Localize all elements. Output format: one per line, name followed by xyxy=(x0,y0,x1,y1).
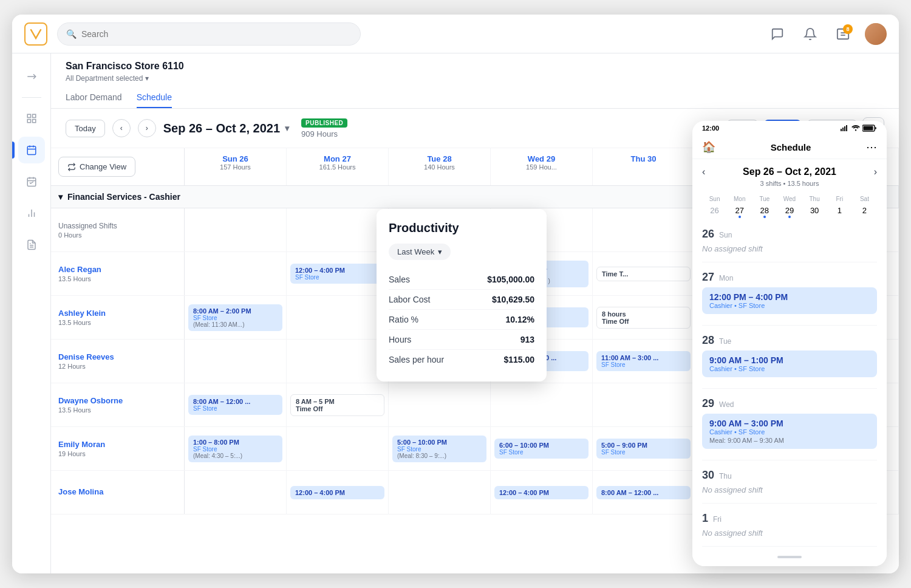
emily-moran-shift-sun[interactable]: 1:00 – 8:00 PM SF Store (Meal: 4:30 – 5:… xyxy=(185,427,287,470)
sidebar-item-calendar[interactable] xyxy=(18,168,45,195)
avatar[interactable] xyxy=(865,23,887,45)
mobile-next-icon[interactable]: › xyxy=(874,166,877,177)
mobile-shift-time-wed: 9:00 AM – 3:00 PM xyxy=(709,419,870,428)
tab-labor-demand[interactable]: Labor Demand xyxy=(66,87,122,108)
shift-block[interactable]: 12:00 – 4:00 PM xyxy=(290,486,384,499)
mobile-handle[interactable] xyxy=(777,556,802,558)
mobile-shift-block-mon[interactable]: 12:00 PM – 4:00 PM Cashier • SF Store xyxy=(702,287,877,314)
mobile-day-label-sun: 26 Sun xyxy=(702,228,877,241)
shift-block-timeoff[interactable]: 8 hours Time Off xyxy=(596,307,691,329)
svg-rect-12 xyxy=(27,178,36,186)
mobile-day-label-fri: 1 Fri xyxy=(702,512,877,525)
alec-regan-hours: 13.5 Hours xyxy=(58,275,177,282)
mobile-week-day-2[interactable]: 2 xyxy=(852,203,877,220)
tabs: Labor Demand Schedule xyxy=(66,87,884,108)
chat-icon-button[interactable] xyxy=(766,23,788,45)
emily-moran-name[interactable]: Emily Moran xyxy=(58,440,177,449)
shift-block-timeoff[interactable]: Time T... xyxy=(596,267,691,281)
shift-time: 8 AM – 5 PM xyxy=(296,398,379,405)
shift-store: SF Store xyxy=(295,274,380,281)
alec-regan-name[interactable]: Alec Regan xyxy=(58,265,177,274)
shift-block[interactable]: 11:00 AM – 3:00 ... SF Store xyxy=(596,351,691,371)
shift-block[interactable]: 8:00 AM – 12:00 ... xyxy=(596,486,691,499)
dept-selector[interactable]: All Department selected ▾ xyxy=(66,74,884,83)
svg-rect-6 xyxy=(27,120,30,123)
denise-reeves-shift-thu[interactable]: 11:00 AM – 3:00 ... SF Store xyxy=(593,340,695,383)
emily-moran-shift-thu[interactable]: 5:00 – 9:00 PM SF Store xyxy=(593,427,695,470)
shift-store: SF Store xyxy=(193,315,278,321)
dwayne-osborne-name[interactable]: Dwayne Osborne xyxy=(58,396,177,405)
tasks-icon-button[interactable]: 8 xyxy=(832,23,854,45)
mobile-day-name-sun: Sun xyxy=(719,231,732,239)
next-week-button[interactable]: › xyxy=(138,119,156,137)
mobile-prev-icon[interactable]: ‹ xyxy=(702,166,705,177)
shift-block[interactable]: 6:00 – 10:00 PM SF Store xyxy=(494,439,589,459)
jose-molina-shift-thu[interactable]: 8:00 AM – 12:00 ... xyxy=(593,471,695,514)
jose-molina-shift-mon[interactable]: 12:00 – 4:00 PM xyxy=(287,471,389,514)
emily-moran-hours: 19 Hours xyxy=(58,450,177,457)
shift-block[interactable]: 12:00 – 4:00 PM SF Store xyxy=(290,264,384,284)
shift-block[interactable]: 8:00 AM – 12:00 ... SF Store xyxy=(188,395,282,415)
mobile-shift-block-wed[interactable]: 9:00 AM – 3:00 PM Cashier • SF Store Mea… xyxy=(702,414,877,449)
mobile-week-day-30[interactable]: 30 xyxy=(802,203,827,220)
sidebar-item-schedule[interactable] xyxy=(18,137,45,163)
shift-block[interactable]: 5:00 – 9:00 PM SF Store xyxy=(596,439,691,459)
shift-block-timeoff[interactable]: 8 AM – 5 PM Time Off xyxy=(290,394,384,416)
ashley-klein-name[interactable]: Ashley Klein xyxy=(58,309,177,318)
mobile-week-day-29[interactable]: 29 xyxy=(777,203,802,220)
change-view-button[interactable]: Change View xyxy=(58,157,135,177)
alec-regan-shift-thu[interactable]: Time T... xyxy=(593,252,695,295)
search-icon: 🔍 xyxy=(66,29,77,39)
ashley-klein-shift-sun[interactable]: 8:00 AM – 2:00 PM SF Store (Meal: 11:30 … xyxy=(185,296,287,339)
ashley-klein-info: Ashley Klein 13.5 Hours xyxy=(51,296,185,339)
denise-reeves-name[interactable]: Denise Reeves xyxy=(58,352,177,361)
week-selector-label: Last Week xyxy=(397,247,434,256)
svg-rect-24 xyxy=(841,129,842,131)
jose-molina-info: Jose Molina xyxy=(51,471,185,514)
mobile-week-day-1[interactable]: 1 xyxy=(827,203,852,220)
section-collapse-icon[interactable]: ▾ xyxy=(58,192,63,202)
mobile-week-day-27[interactable]: 27 xyxy=(727,203,752,220)
dwayne-osborne-shift-sun[interactable]: 8:00 AM – 12:00 ... SF Store xyxy=(185,383,287,426)
svg-rect-4 xyxy=(27,114,30,117)
bell-icon-button[interactable] xyxy=(799,23,821,45)
sidebar-item-reports[interactable] xyxy=(18,231,45,258)
day-header-mon: Mon 27 161.5 Hours xyxy=(287,148,389,185)
shift-block[interactable]: 12:00 – 4:00 PM xyxy=(494,486,589,499)
hours-value: 913 xyxy=(520,335,534,344)
jose-molina-name[interactable]: Jose Molina xyxy=(58,487,177,496)
shift-block[interactable]: 8:00 AM – 2:00 PM SF Store (Meal: 11:30 … xyxy=(188,304,282,331)
ashley-klein-shift-thu[interactable]: 8 hours Time Off xyxy=(593,296,695,339)
sidebar-item-analytics[interactable] xyxy=(18,200,45,227)
search-bar[interactable]: 🔍 xyxy=(57,22,361,46)
week-selector[interactable]: Last Week ▾ xyxy=(389,244,451,260)
shift-block[interactable]: 1:00 – 8:00 PM SF Store (Meal: 4:30 – 5:… xyxy=(188,436,282,462)
sidebar-item-collapse[interactable] xyxy=(18,63,45,90)
productivity-row-hours: Hours 913 xyxy=(389,330,534,350)
dwayne-osborne-shift-tue xyxy=(389,383,491,426)
mobile-home-icon[interactable]: 🏠 xyxy=(702,140,715,154)
emily-moran-shift-wed[interactable]: 6:00 – 10:00 PM SF Store xyxy=(491,427,593,470)
jose-molina-shift-wed[interactable]: 12:00 – 4:00 PM xyxy=(491,471,593,514)
week-selector-chevron-icon: ▾ xyxy=(438,247,442,256)
day-name-sun: Sun 26 xyxy=(192,154,279,163)
nav-icons: 8 xyxy=(766,23,887,45)
emily-moran-shift-tue[interactable]: 5:00 – 10:00 PM SF Store (Meal: 8:30 – 9… xyxy=(389,427,491,470)
search-input[interactable] xyxy=(81,29,352,39)
unassigned-shift-thu xyxy=(593,208,695,251)
shift-block[interactable]: 5:00 – 10:00 PM SF Store (Meal: 8:30 – 9… xyxy=(392,436,486,462)
dwayne-osborne-hours: 13.5 Hours xyxy=(58,406,177,414)
mobile-shift-meal-wed: Meal: 9:00 AM – 9:30 AM xyxy=(709,437,870,444)
today-button[interactable]: Today xyxy=(66,120,105,137)
prev-week-button[interactable]: ‹ xyxy=(112,119,131,137)
mobile-more-icon[interactable]: ⋯ xyxy=(866,140,877,154)
alec-regan-shift-mon[interactable]: 12:00 – 4:00 PM SF Store xyxy=(287,252,389,295)
sidebar-item-dashboard[interactable] xyxy=(18,105,45,132)
mobile-week-day-26[interactable]: 26 xyxy=(702,203,727,220)
tab-schedule[interactable]: Schedule xyxy=(137,87,172,108)
mobile-week-header-wed: Wed xyxy=(777,194,802,203)
mobile-week-day-28[interactable]: 28 xyxy=(752,203,777,220)
dwayne-osborne-shift-mon[interactable]: 8 AM – 5 PM Time Off xyxy=(287,383,389,426)
mobile-shift-block-tue[interactable]: 9:00 AM – 1:00 PM Cashier • SF Store xyxy=(702,350,877,377)
shift-time: 8:00 AM – 2:00 PM xyxy=(193,307,278,315)
